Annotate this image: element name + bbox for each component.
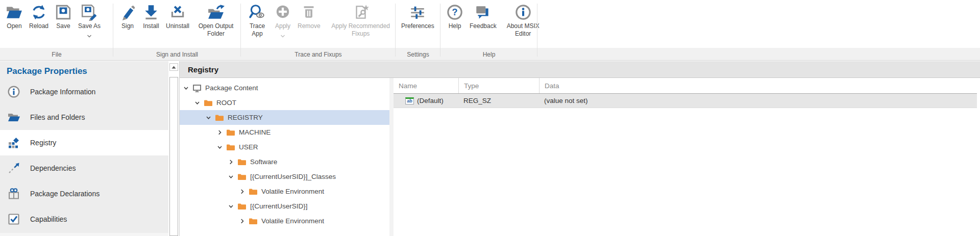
sidebar-item-files-and-folders[interactable]: Files and Folders — [0, 104, 168, 130]
tree-item-machine[interactable]: MACHINE — [180, 125, 389, 140]
sidebar-item-label: Package Declarations — [30, 190, 100, 198]
apply-recommended-fixups-button-label: Apply Recommended Fixups — [327, 22, 395, 37]
sign-button[interactable]: Sign — [116, 0, 139, 30]
sidebar-footer — [0, 233, 168, 236]
chevron-down-icon[interactable] — [194, 100, 202, 106]
tree-item-volatile-environment-1[interactable]: Volatile Environment — [180, 184, 389, 199]
folder-icon — [249, 217, 258, 225]
sign-button-label: Sign — [121, 22, 134, 30]
tree-item-registry[interactable]: REGISTRY — [180, 110, 389, 125]
tree-item-volatile-environment-2[interactable]: Volatile Environment — [180, 214, 389, 228]
registry-values-table: Name Type Data ab (Default) REG_SZ (valu… — [394, 78, 977, 236]
sidebar-item-label: Package Information — [30, 88, 95, 96]
folder-icon — [237, 158, 247, 166]
registry-tree: Package Content ROOT REGISTRY MACHINE — [180, 78, 389, 236]
sidebar-item-package-information[interactable]: Package Information — [0, 79, 168, 104]
uninstall-icon — [169, 4, 186, 21]
save-as-button[interactable]: Save As — [75, 0, 104, 40]
ribbon-group-settings-label: Settings — [396, 51, 440, 58]
ribbon-group-file-label: File — [0, 51, 113, 58]
tree-item-label: MACHINE — [239, 128, 271, 136]
save-as-icon — [81, 4, 98, 21]
tree-item-label: Volatile Environment — [261, 217, 324, 225]
content-header: Registry — [180, 61, 980, 78]
open-output-folder-button[interactable]: Open Output Folder — [192, 0, 239, 37]
chevron-right-icon[interactable] — [216, 129, 224, 136]
chevron-right-icon[interactable] — [239, 218, 247, 224]
chevron-right-icon[interactable] — [239, 189, 247, 195]
preferences-button[interactable]: Preferences — [398, 0, 437, 30]
chevron-right-icon[interactable] — [228, 159, 235, 165]
about-msix-editor-button[interactable]: About MSIX Editor — [500, 0, 547, 37]
sidebar-item-dependencies[interactable]: Dependencies — [0, 155, 168, 181]
tree-item-currentusersid[interactable]: [{CurrentUserSID}] — [180, 199, 389, 214]
scrollbar-up-arrow-button[interactable] — [169, 63, 178, 71]
folder-icon — [226, 128, 235, 137]
gift-box-icon — [7, 187, 20, 200]
help-button-label: Help — [449, 22, 461, 30]
tree-item-package-content[interactable]: Package Content — [180, 81, 389, 95]
chevron-down-icon[interactable] — [205, 115, 213, 121]
uninstall-button[interactable]: Uninstall — [163, 0, 192, 30]
chevron-down-icon[interactable] — [228, 174, 235, 180]
tree-item-user[interactable]: USER — [180, 140, 389, 154]
monitor-icon — [192, 84, 202, 92]
column-header-data[interactable]: Data — [539, 78, 977, 93]
pane-splitter[interactable] — [389, 78, 394, 236]
tree-item-root[interactable]: ROOT — [180, 95, 389, 110]
feedback-button[interactable]: Feedback — [467, 0, 500, 30]
apply-button-label: Apply — [275, 22, 290, 30]
string-value-icon: ab — [405, 97, 414, 104]
chevron-down-icon[interactable] — [183, 85, 190, 91]
tree-item-label: [{CurrentUserSID}] — [250, 202, 308, 210]
tree-item-label: Software — [250, 158, 277, 166]
chevron-down-icon[interactable] — [216, 144, 224, 150]
about-msix-editor-button-label: About MSIX Editor — [503, 22, 544, 37]
svg-text:?: ? — [452, 7, 457, 17]
tree-item-label: [{CurrentUserSID}]_Classes — [250, 173, 336, 180]
ribbon-group-trace-and-fixups-label: Trace and Fixups — [241, 51, 396, 58]
folder-icon — [215, 114, 224, 122]
chevron-down-icon[interactable] — [280, 31, 285, 40]
remove-button[interactable]: Remove — [295, 0, 324, 30]
install-arrow-icon — [142, 4, 160, 21]
registry-grid-icon — [7, 136, 20, 149]
tree-item-label: REGISTRY — [228, 114, 263, 121]
info-circle-icon — [7, 85, 20, 98]
sidebar-item-label: Dependencies — [30, 164, 76, 172]
about-info-icon — [514, 4, 532, 21]
trace-app-button[interactable]: Trace App — [243, 0, 271, 37]
save-button[interactable]: Save — [52, 0, 75, 30]
package-properties-sidebar: Package Properties Package Information F… — [0, 61, 168, 236]
sidebar-item-package-declarations[interactable]: Package Declarations — [0, 181, 168, 206]
apply-recommended-fixups-button[interactable]: Apply Recommended Fixups — [324, 0, 398, 37]
chevron-down-icon[interactable] — [87, 31, 92, 40]
value-name: (Default) — [417, 97, 444, 104]
column-header-type[interactable]: Type — [458, 78, 539, 93]
help-button[interactable]: ? Help — [443, 0, 467, 30]
open-button[interactable]: Open — [3, 0, 26, 30]
open-button-label: Open — [7, 22, 21, 30]
scrollbar-thumb[interactable] — [169, 77, 178, 236]
save-as-button-label: Save As — [78, 22, 101, 30]
checkbox-check-icon — [7, 213, 20, 226]
apply-button[interactable]: Apply — [271, 0, 295, 40]
reload-button[interactable]: Reload — [26, 0, 52, 30]
vertical-scrollbar[interactable] — [168, 61, 180, 236]
tree-item-software[interactable]: Software — [180, 154, 389, 169]
remove-trash-icon — [300, 4, 317, 21]
feedback-button-label: Feedback — [470, 22, 497, 30]
sidebar-item-capabilities[interactable]: Capabilities — [0, 206, 168, 232]
ribbon-group-sign-and-install-label: Sign and Install — [113, 51, 241, 58]
tree-item-currentusersid-classes[interactable]: [{CurrentUserSID}]_Classes — [180, 169, 389, 184]
install-button[interactable]: Install — [139, 0, 163, 30]
folder-icon — [204, 99, 213, 107]
folder-icon — [249, 188, 258, 196]
uninstall-button-label: Uninstall — [166, 22, 189, 30]
open-output-folder-button-label: Open Output Folder — [195, 22, 236, 37]
sidebar-item-registry[interactable]: Registry — [0, 130, 168, 155]
remove-button-label: Remove — [298, 22, 321, 30]
chevron-down-icon[interactable] — [228, 203, 235, 209]
column-header-name[interactable]: Name — [394, 78, 458, 93]
table-row[interactable]: ab (Default) REG_SZ (value not set) — [394, 94, 977, 108]
